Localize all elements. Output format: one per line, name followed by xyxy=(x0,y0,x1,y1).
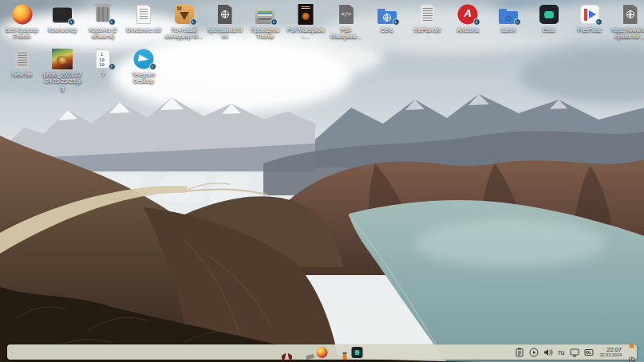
desktop-icon-telegram[interactable]: Telegram Desktop xyxy=(124,48,163,85)
mail-icon xyxy=(174,3,195,26)
book-cover-icon xyxy=(295,3,316,26)
freetube-icon xyxy=(579,3,600,26)
computer-icon xyxy=(52,3,73,26)
taskbar: ru 22:07 22.03.2024 xyxy=(7,344,637,360)
desktop-icon-kinopoisk-link[interactable]: https://www.kinopoisk.ru/… xyxy=(610,3,644,41)
telegram-icon xyxy=(133,48,154,70)
tray-left xyxy=(514,347,553,357)
html-file-icon xyxy=(215,3,235,26)
shortcut-badge xyxy=(109,18,116,26)
shortcut-badge xyxy=(109,63,116,70)
document-icon xyxy=(133,3,154,26)
taskbar-display-app[interactable] xyxy=(334,346,346,358)
desktop-icon-network[interactable]: Сеть xyxy=(367,3,406,33)
desktop-icon-label: 7 xyxy=(84,72,123,78)
desktop-icon-label: Рэй Макормик -… xyxy=(286,27,326,41)
desktop-icon-label: Веб-браузер Firefox xyxy=(2,27,41,41)
firefox-icon xyxy=(12,3,33,26)
desktop-icon-label: Проводник Thunar xyxy=(246,27,285,41)
link-file-icon xyxy=(620,3,641,26)
system-tray: ru 22:07 22.03.2024 xyxy=(514,344,635,360)
desktop-icon-label: Telegram Desktop xyxy=(124,72,163,85)
desktop-icon-new-file[interactable]: New file xyxy=(2,48,41,78)
desktop-icon-label: Сеть xyxy=(367,27,406,33)
desktop-icon-label: Компьютер xyxy=(43,27,82,33)
desktop-icon-label: thePlan.txt xyxy=(408,27,447,33)
desktop-icon-html-file[interactable]: программа.html xyxy=(205,3,244,41)
desktop-icon-freetube[interactable]: FreeTube xyxy=(570,3,609,33)
trash-icon xyxy=(93,3,113,26)
file-cabinet-icon xyxy=(255,3,275,26)
desktop: Веб-браузер FirefoxКомпьютерКорзина (2 о… xyxy=(0,0,644,362)
shortcut-badge xyxy=(595,18,603,26)
tray-right xyxy=(569,347,594,357)
desktop-icon-home-folder[interactable]: baron xyxy=(489,3,528,33)
shortcut-badge xyxy=(149,63,156,70)
desktop-icon-text-file[interactable]: thePlan.txt xyxy=(408,3,447,33)
elisa-icon xyxy=(352,347,363,358)
widget-icon[interactable] xyxy=(583,347,594,357)
media-play-icon[interactable] xyxy=(528,347,539,357)
firefox-icon xyxy=(317,347,328,358)
desktop-icon-label: baron xyxy=(489,27,528,33)
desktop-icon-label: FreeTube xyxy=(570,27,609,33)
shortcut-badge xyxy=(393,18,400,26)
desktop-icon-elisa[interactable]: Elisa xyxy=(529,3,568,33)
shortcut-badge xyxy=(190,18,197,26)
shortcut-badge xyxy=(68,18,75,26)
new-file-icon xyxy=(12,48,33,70)
desktop-icon-binary-file[interactable]: 7 xyxy=(84,48,123,78)
timer-icon[interactable] xyxy=(628,352,635,362)
volume-icon[interactable] xyxy=(543,347,553,357)
desktop-icon-label: photo_2023-12-24 03-23-25.jpg xyxy=(43,72,82,92)
desktop-icon-fb2-file[interactable]: Рэй-Макормик… xyxy=(326,3,365,41)
taskbar-firefox-task[interactable] xyxy=(316,346,328,358)
text-file-icon xyxy=(417,3,438,26)
desktop-icon-label: Почтовый менеджер M… xyxy=(164,27,203,41)
binary-file-icon xyxy=(93,48,113,70)
desktop-icon-label: https://www.kinopoisk.ru/… xyxy=(610,27,644,41)
keyboard-layout-indicator[interactable]: ru xyxy=(557,348,565,356)
code-file-icon xyxy=(336,3,357,26)
lock-icon[interactable] xyxy=(628,337,635,352)
clock-date: 22.03.2024 xyxy=(599,353,622,358)
desktop-icon-thunar[interactable]: Проводник Thunar xyxy=(246,3,285,41)
desktop-icon-label: Рэй-Макормик… xyxy=(326,27,365,41)
desktop-icon-anilibria[interactable]: AniLibria xyxy=(448,3,488,33)
taskbar-app-launcher[interactable] xyxy=(281,346,293,358)
desktop-icon-trash[interactable]: Корзина (2 объекта) xyxy=(84,3,123,41)
display-icon[interactable] xyxy=(569,347,579,357)
photo-icon xyxy=(52,48,73,70)
taskbar-app-icons xyxy=(281,344,363,360)
desktop-icon-label: New file xyxy=(2,72,41,78)
elisa-icon xyxy=(539,3,559,26)
desktop-icon-label: Корзина (2 объекта) xyxy=(84,27,123,41)
taskbar-image-window[interactable] xyxy=(298,346,310,358)
anilibria-icon xyxy=(457,3,478,26)
desktop-icon-photo[interactable]: photo_2023-12-24 03-23-25.jpg xyxy=(43,48,82,92)
clock[interactable]: 22:07 22.03.2024 xyxy=(599,347,622,358)
clipboard-icon[interactable] xyxy=(514,347,524,357)
shortcut-badge xyxy=(473,18,480,26)
panel-edge-icons xyxy=(627,337,635,362)
desktop-icon-label: программа.html xyxy=(205,27,244,41)
desktop-icon-firefox[interactable]: Веб-браузер Firefox xyxy=(2,3,41,41)
shortcut-badge xyxy=(514,18,521,26)
desktop-icon-label: Описание.odt xyxy=(124,27,163,33)
network-folder-icon xyxy=(377,3,397,26)
home-folder-icon xyxy=(498,3,519,26)
desktop-icon-label: AniLibria xyxy=(448,27,488,33)
desktop-icon-book-file[interactable]: Рэй Макормик -… xyxy=(286,3,326,41)
taskbar-elisa-task[interactable] xyxy=(351,346,363,358)
desktop-icon-label: Elisa xyxy=(529,27,568,33)
shortcut-badge xyxy=(271,18,278,26)
desktop-icon-computer[interactable]: Компьютер xyxy=(43,3,82,33)
desktop-icon-mail-manager[interactable]: Почтовый менеджер M… xyxy=(164,3,203,41)
clock-time: 22:07 xyxy=(606,347,622,353)
desktop-icon-odt-document[interactable]: Описание.odt xyxy=(124,3,163,33)
